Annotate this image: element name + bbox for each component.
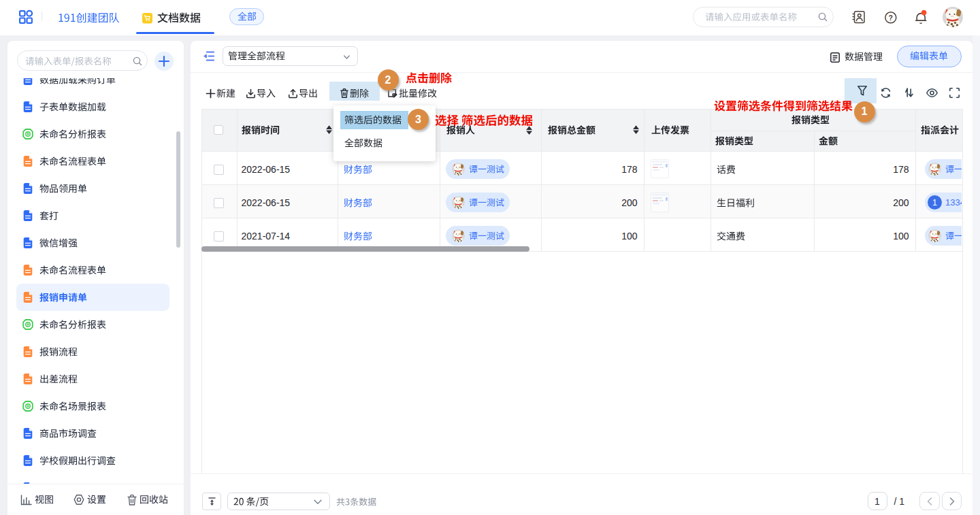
svg-text:?: ? (889, 14, 893, 22)
